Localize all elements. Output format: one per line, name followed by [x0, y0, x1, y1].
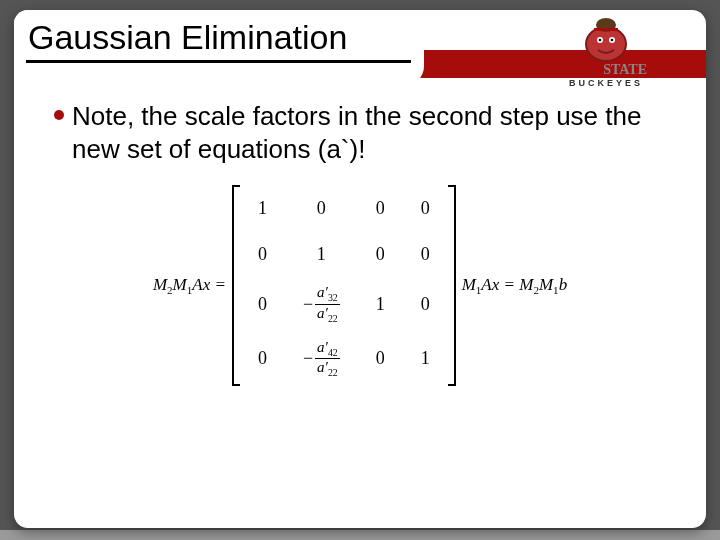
sub-42: 42: [328, 347, 338, 358]
slide-card: Gaussian Elimination OHIOSTATE BUCKEYES …: [14, 10, 706, 528]
svg-point-0: [586, 27, 626, 61]
cell: 1: [403, 332, 448, 387]
bullet-icon: [54, 110, 64, 120]
var-a: a′: [317, 284, 328, 300]
cell: 0: [240, 332, 285, 387]
svg-rect-6: [594, 28, 618, 31]
matrix: 1 0 0 0 0 1 0 0 0: [232, 185, 456, 386]
table-row: 0 − a′42 a′22 0 1: [240, 332, 448, 387]
cell: − a′42 a′22: [285, 332, 358, 387]
cell: 0: [403, 231, 448, 277]
slide-title: Gaussian Elimination: [26, 18, 349, 57]
table-row: 0 − a′32 a′22 1 0: [240, 277, 448, 332]
content-area: Note, the scale factors in the second st…: [54, 100, 666, 386]
cell: 0: [358, 231, 403, 277]
logo-word-2: STATE: [603, 62, 647, 77]
cell: − a′32 a′22: [285, 277, 358, 332]
sym-b: b: [559, 275, 568, 294]
bullet-item: Note, the scale factors in the second st…: [54, 100, 666, 165]
cell: 1: [358, 277, 403, 332]
var-a: a′: [317, 359, 328, 375]
neg-frac: − a′32 a′22: [303, 285, 340, 324]
lhs-expression: M2M1Ax =: [153, 275, 226, 296]
equation: M2M1Ax = 1 0 0 0 0 1 0 0: [54, 185, 666, 386]
matrix-body: 1 0 0 0 0 1 0 0 0: [240, 185, 448, 386]
denominator: a′22: [315, 305, 340, 324]
sym-M: M: [462, 275, 476, 294]
denominator: a′22: [315, 359, 340, 378]
fraction: a′42 a′22: [315, 340, 340, 379]
bracket-left-icon: [232, 185, 240, 386]
logo-subtext: BUCKEYES: [536, 78, 676, 88]
cell: 0: [403, 277, 448, 332]
cell: 0: [358, 332, 403, 387]
sym-Ax-eq: Ax =: [192, 275, 226, 294]
var-a: a′: [317, 339, 328, 355]
neg-frac: − a′42 a′22: [303, 340, 340, 379]
logo-block: OHIOSTATE BUCKEYES: [536, 14, 676, 98]
rhs-expression: M1Ax = M2M1b: [462, 275, 568, 296]
svg-point-4: [611, 39, 614, 42]
cell: 1: [240, 185, 285, 231]
cell: 0: [240, 231, 285, 277]
cell: 1: [285, 231, 358, 277]
sub-22: 22: [328, 367, 338, 378]
fraction: a′32 a′22: [315, 285, 340, 324]
var-a: a′: [317, 305, 328, 321]
sym-M: M: [539, 275, 553, 294]
minus-icon: −: [303, 294, 313, 315]
title-underline: [26, 60, 411, 63]
cell: 0: [285, 185, 358, 231]
sym-Ax-eq-M: Ax = M: [481, 275, 533, 294]
cell: 0: [403, 185, 448, 231]
mascot-icon: [576, 14, 636, 64]
logo-word-1: OHIO: [565, 62, 603, 77]
table-row: 0 1 0 0: [240, 231, 448, 277]
cell: 0: [240, 277, 285, 332]
numerator: a′32: [315, 285, 340, 305]
numerator: a′42: [315, 340, 340, 360]
sub-22: 22: [328, 313, 338, 324]
bracket-right-icon: [448, 185, 456, 386]
bullet-text: Note, the scale factors in the second st…: [72, 100, 666, 165]
logo-text: OHIOSTATE: [536, 62, 676, 78]
sym-M: M: [153, 275, 167, 294]
sub-32: 32: [328, 292, 338, 303]
minus-icon: −: [303, 348, 313, 369]
table-row: 1 0 0 0: [240, 185, 448, 231]
sym-M: M: [173, 275, 187, 294]
svg-point-3: [599, 39, 602, 42]
cell: 0: [358, 185, 403, 231]
